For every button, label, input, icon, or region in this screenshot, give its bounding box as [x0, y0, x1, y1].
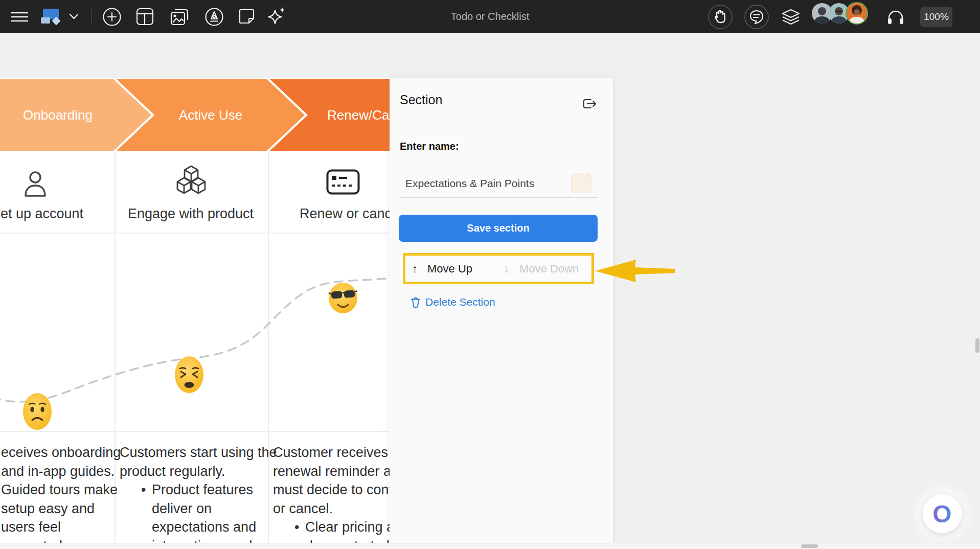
action-label[interactable]: Renew or cancel [300, 206, 390, 222]
app-logo[interactable] [40, 0, 63, 33]
emoji-persevering-icon[interactable] [174, 355, 204, 394]
top-toolbar: Todo or Checklist 100% [0, 0, 980, 33]
horizontal-scrollbar[interactable] [0, 543, 980, 549]
annotation-arrow-icon [593, 258, 680, 284]
comment-icon[interactable] [744, 0, 769, 33]
avatar[interactable] [846, 2, 868, 25]
zoom-level-badge[interactable]: 100% [920, 7, 952, 27]
action-label[interactable]: Engage with product [126, 206, 255, 222]
stage-label[interactable]: Renew/Cancel [327, 78, 390, 152]
stage-description[interactable]: Customers start using theproduct regular… [120, 443, 277, 549]
enter-name-label: Enter name: [400, 141, 459, 152]
sticky-note-icon[interactable] [236, 0, 257, 33]
assistant-badge[interactable]: O [923, 494, 962, 533]
input-underline [399, 197, 598, 198]
horizontal-scrollbar-thumb[interactable] [801, 544, 818, 548]
stage-description[interactable]: eceives onboardingand in-app guides.Guid… [1, 443, 121, 549]
action-label[interactable]: Set up account [0, 206, 86, 222]
toolbar-divider [91, 9, 92, 25]
bullet-marker: • [141, 481, 146, 499]
hand-tool-icon[interactable] [708, 0, 733, 33]
person-icon [24, 170, 47, 198]
move-controls-highlight-box: ↑ Move Up ↓ Move Down [403, 253, 594, 284]
stage-description[interactable]: Customer receivesrenewal reminder andmus… [273, 443, 390, 549]
panel-title: Section [400, 93, 442, 107]
assistant-logo: O [932, 500, 951, 528]
export-panel-icon[interactable] [581, 96, 598, 112]
image-icon[interactable] [169, 0, 190, 33]
layers-icon[interactable] [781, 0, 801, 33]
stage-label[interactable]: Onboarding [0, 78, 116, 152]
bullet-marker: • [294, 518, 299, 537]
emoji-slightly-frowning-icon[interactable] [22, 392, 52, 431]
stage-label[interactable]: Active Use [134, 78, 287, 152]
delete-section-label: Delete Section [425, 296, 495, 308]
emoji-sunglasses-icon[interactable] [328, 282, 358, 314]
save-section-button[interactable]: Save section [399, 215, 598, 242]
section-name-input[interactable] [399, 175, 568, 192]
delete-section-button[interactable]: Delete Section [411, 296, 495, 308]
headphones-icon[interactable] [886, 0, 905, 33]
section-panel: Section Enter name: Save section ↑ Move … [390, 78, 613, 549]
chevron-down-icon[interactable] [68, 0, 79, 33]
cubes-icon [175, 165, 208, 197]
journey-map[interactable]: Onboarding Active Use Renew/Cancel Set u… [0, 78, 390, 549]
emotion-curve [0, 233, 390, 431]
move-up-button[interactable]: Move Up [427, 256, 472, 282]
card-icon [326, 169, 360, 195]
arrow-down-icon: ↓ [504, 256, 509, 282]
section-color-swatch[interactable] [571, 173, 591, 193]
trash-icon [411, 296, 421, 308]
arrow-up-icon: ↑ [412, 256, 418, 282]
pen-circle-icon[interactable] [204, 0, 224, 33]
template-icon[interactable] [134, 0, 155, 33]
grid-line [0, 431, 390, 432]
move-down-button-disabled[interactable]: Move Down [519, 256, 579, 282]
menu-icon[interactable] [9, 0, 30, 33]
plus-circle-icon[interactable] [102, 0, 122, 33]
vertical-scrollbar-thumb[interactable] [975, 338, 979, 353]
sparkles-icon[interactable] [265, 0, 288, 33]
